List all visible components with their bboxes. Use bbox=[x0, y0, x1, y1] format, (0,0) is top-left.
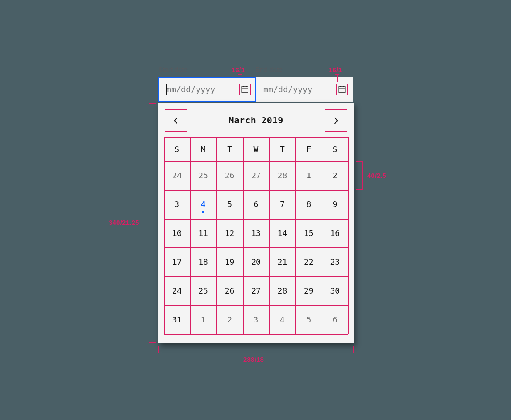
day-cell[interactable]: 23 bbox=[322, 247, 348, 276]
next-month-button[interactable] bbox=[325, 109, 347, 132]
weekday-cell: T bbox=[216, 137, 243, 161]
day-cell[interactable]: 3 bbox=[164, 190, 190, 219]
start-date-input[interactable]: mm/dd/yyyy bbox=[158, 77, 256, 102]
day-cell[interactable]: 4 bbox=[269, 305, 295, 334]
day-cell[interactable]: 22 bbox=[295, 247, 322, 276]
spec-label-width: 288/18 bbox=[243, 356, 264, 363]
weekday-cell: T bbox=[269, 137, 295, 161]
day-cell[interactable]: 14 bbox=[269, 219, 295, 247]
weekday-cell: S bbox=[322, 137, 348, 161]
week-row: 17181920212223 bbox=[158, 247, 354, 276]
day-cell[interactable]: 8 bbox=[295, 190, 322, 219]
weekday-cell: M bbox=[190, 137, 216, 161]
day-cell[interactable]: 17 bbox=[164, 247, 190, 276]
week-row: 242526272812 bbox=[158, 161, 354, 190]
day-cell[interactable]: 10 bbox=[164, 219, 190, 247]
chevron-left-icon bbox=[173, 117, 178, 125]
day-cell[interactable]: 1 bbox=[295, 161, 322, 190]
spec-tick bbox=[335, 74, 339, 75]
calendar-icon bbox=[338, 85, 346, 94]
day-cell[interactable]: 3 bbox=[243, 305, 269, 334]
prev-month-button[interactable] bbox=[165, 109, 187, 132]
day-cell[interactable]: 20 bbox=[243, 247, 269, 276]
day-cell[interactable]: 18 bbox=[190, 247, 216, 276]
day-cell[interactable]: 13 bbox=[243, 219, 269, 247]
day-cell[interactable]: 26 bbox=[216, 276, 243, 305]
end-date-placeholder: mm/dd/yyyy bbox=[263, 85, 312, 94]
weekday-cell: S bbox=[164, 137, 190, 161]
week-row: 24252627282930 bbox=[158, 276, 354, 305]
day-cell[interactable]: 12 bbox=[216, 219, 243, 247]
day-cell[interactable]: 21 bbox=[269, 247, 295, 276]
week-row: 31123456 bbox=[158, 305, 354, 334]
spec-label-icon-start: 16/1 bbox=[232, 66, 245, 74]
day-cell[interactable]: 7 bbox=[269, 190, 295, 219]
day-cell[interactable]: 1 bbox=[190, 305, 216, 334]
spec-tick bbox=[240, 74, 240, 82]
day-cell[interactable]: 2 bbox=[322, 161, 348, 190]
calendar-icon bbox=[240, 85, 249, 94]
day-cell[interactable]: 19 bbox=[216, 247, 243, 276]
day-cell[interactable]: 27 bbox=[243, 161, 269, 190]
weekday-cell: W bbox=[243, 137, 269, 161]
day-cell[interactable]: 25 bbox=[190, 161, 216, 190]
day-cell[interactable]: 28 bbox=[269, 276, 295, 305]
day-cell[interactable]: 26 bbox=[216, 161, 243, 190]
day-cell[interactable]: 24 bbox=[164, 276, 190, 305]
spec-bracket-width bbox=[158, 345, 354, 356]
day-cell[interactable]: 16 bbox=[322, 219, 348, 247]
day-cell[interactable]: 11 bbox=[190, 219, 216, 247]
start-date-placeholder: mm/dd/yyyy bbox=[166, 85, 215, 94]
calendar-header: March 2019 bbox=[158, 103, 354, 137]
day-cell[interactable]: 27 bbox=[243, 276, 269, 305]
week-row: 10111213141516 bbox=[158, 219, 354, 247]
day-cell[interactable]: 24 bbox=[164, 161, 190, 190]
calendar-grid: 2425262728123456789101112131415161718192… bbox=[158, 161, 354, 334]
calendar-icon-start-wrap[interactable] bbox=[240, 85, 249, 94]
day-cell[interactable]: 29 bbox=[295, 276, 322, 305]
chevron-right-icon bbox=[334, 117, 338, 125]
weekday-row: SMTWTFS bbox=[158, 137, 354, 161]
weekday-cell: F bbox=[295, 137, 322, 161]
spec-bracket-height bbox=[146, 103, 157, 343]
day-cell[interactable]: 30 bbox=[322, 276, 348, 305]
spec-label-row: 40/2.5 bbox=[367, 172, 386, 179]
day-cell[interactable]: 6 bbox=[322, 305, 348, 334]
spec-tick bbox=[337, 74, 338, 82]
week-row: 3456789 bbox=[158, 190, 354, 219]
day-cell[interactable]: 4 bbox=[190, 190, 216, 219]
day-cell[interactable]: 15 bbox=[295, 219, 322, 247]
calendar-popup: March 2019 SMTWTFS 242526272812345678910… bbox=[158, 103, 354, 343]
day-cell[interactable]: 6 bbox=[243, 190, 269, 219]
spec-label-height: 340/21.25 bbox=[109, 219, 139, 226]
date-range-inputs: Start date mm/dd/yyyy End date mm/dd/yyy… bbox=[158, 66, 353, 102]
day-cell[interactable]: 31 bbox=[164, 305, 190, 334]
day-cell[interactable]: 2 bbox=[216, 305, 243, 334]
calendar-icon-end-wrap[interactable] bbox=[338, 85, 346, 94]
spec-tick bbox=[238, 74, 242, 75]
day-cell[interactable]: 9 bbox=[322, 190, 348, 219]
day-cell[interactable]: 5 bbox=[295, 305, 322, 334]
day-cell[interactable]: 28 bbox=[269, 161, 295, 190]
day-cell[interactable]: 5 bbox=[216, 190, 243, 219]
end-date-input[interactable]: mm/dd/yyyy bbox=[256, 77, 353, 102]
month-year-label[interactable]: March 2019 bbox=[228, 115, 283, 126]
spec-bracket-row bbox=[355, 161, 366, 190]
spec-label-icon-end: 16/1 bbox=[329, 66, 342, 74]
day-cell[interactable]: 25 bbox=[190, 276, 216, 305]
